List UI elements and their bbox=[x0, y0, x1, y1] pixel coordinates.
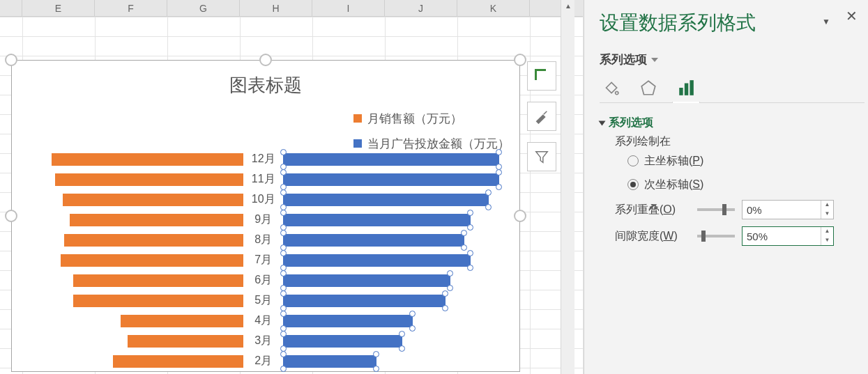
spinner[interactable]: ▲▼ bbox=[821, 227, 833, 245]
col-header-F[interactable]: F bbox=[95, 0, 167, 16]
vertical-scrollbar[interactable]: ▲ bbox=[561, 0, 574, 374]
resize-handle[interactable] bbox=[514, 54, 526, 66]
bar-row[interactable]: 11月 bbox=[40, 173, 505, 186]
col-header-K[interactable]: K bbox=[457, 0, 530, 16]
chart-plot-area[interactable]: 图表标题 月销售额（万元） 当月广告投放金额（万元） 12月11月10月9月8月… bbox=[19, 68, 512, 364]
bar-row[interactable]: 8月 bbox=[40, 233, 505, 247]
series2-bar[interactable] bbox=[283, 335, 402, 348]
datapoint-handle[interactable] bbox=[467, 250, 473, 256]
col-header-E[interactable]: E bbox=[22, 0, 95, 16]
datapoint-handle[interactable] bbox=[467, 265, 473, 271]
datapoint-handle[interactable] bbox=[280, 270, 287, 276]
datapoint-handle[interactable] bbox=[442, 290, 448, 297]
datapoint-handle[interactable] bbox=[399, 331, 405, 337]
series1-bar[interactable] bbox=[73, 274, 243, 287]
series2-bar[interactable] bbox=[283, 295, 446, 307]
series2-bar[interactable] bbox=[283, 274, 450, 287]
primary-axis-radio-row[interactable]: 主坐标轴(P) bbox=[615, 149, 857, 173]
datapoint-handle[interactable] bbox=[409, 311, 416, 317]
series2-bar[interactable] bbox=[283, 153, 499, 166]
series1-bar[interactable] bbox=[64, 234, 243, 247]
datapoint-handle[interactable] bbox=[280, 250, 287, 256]
datapoint-handle[interactable] bbox=[461, 244, 467, 251]
bar-row[interactable]: 6月 bbox=[40, 274, 505, 287]
datapoint-handle[interactable] bbox=[447, 285, 453, 291]
series1-bar[interactable] bbox=[63, 194, 243, 206]
series1-bar[interactable] bbox=[73, 295, 243, 307]
datapoint-handle[interactable] bbox=[373, 366, 379, 372]
col-header-G[interactable]: G bbox=[167, 0, 240, 16]
col-header-I[interactable]: I bbox=[312, 0, 385, 16]
col-header-blank[interactable] bbox=[0, 0, 22, 16]
datapoint-handle[interactable] bbox=[373, 351, 379, 357]
chart-filter-button[interactable] bbox=[527, 142, 556, 171]
datapoint-handle[interactable] bbox=[485, 189, 492, 196]
col-header-J[interactable]: J bbox=[385, 0, 457, 16]
series1-bar[interactable] bbox=[55, 173, 243, 186]
datapoint-handle[interactable] bbox=[280, 149, 287, 155]
datapoint-handle[interactable] bbox=[280, 189, 287, 196]
slider-thumb[interactable] bbox=[722, 204, 726, 215]
embedded-chart[interactable]: 图表标题 月销售额（万元） 当月广告投放金额（万元） 12月11月10月9月8月… bbox=[11, 60, 520, 372]
series1-bar[interactable] bbox=[128, 335, 243, 348]
series1-bar[interactable] bbox=[70, 214, 243, 226]
chart-legend[interactable]: 月销售额（万元） 当月广告投放金额（万元） bbox=[19, 106, 512, 156]
datapoint-handle[interactable] bbox=[280, 210, 287, 216]
resize-handle[interactable] bbox=[5, 54, 17, 66]
datapoint-handle[interactable] bbox=[280, 366, 287, 372]
datapoint-handle[interactable] bbox=[467, 224, 473, 231]
datapoint-handle[interactable] bbox=[409, 325, 416, 332]
datapoint-handle[interactable] bbox=[280, 311, 287, 317]
datapoint-handle[interactable] bbox=[442, 305, 448, 311]
datapoint-handle[interactable] bbox=[447, 270, 453, 276]
series2-bar[interactable] bbox=[283, 214, 471, 226]
resize-handle[interactable] bbox=[514, 210, 526, 222]
datapoint-handle[interactable] bbox=[485, 204, 492, 210]
datapoint-handle[interactable] bbox=[399, 345, 405, 352]
bar-row[interactable]: 9月 bbox=[40, 213, 505, 226]
spin-up[interactable]: ▲ bbox=[821, 201, 833, 210]
resize-handle[interactable] bbox=[259, 54, 272, 66]
slider-thumb[interactable] bbox=[701, 231, 706, 242]
bar-row[interactable]: 10月 bbox=[40, 193, 505, 206]
fill-line-tab[interactable] bbox=[601, 77, 620, 97]
series2-bar[interactable] bbox=[283, 355, 376, 368]
bar-row[interactable]: 3月 bbox=[40, 334, 505, 348]
overlap-slider[interactable] bbox=[697, 208, 735, 211]
secondary-axis-radio-row[interactable]: 次坐标轴(S) bbox=[615, 173, 857, 196]
bar-row[interactable]: 7月 bbox=[40, 254, 505, 267]
spin-down[interactable]: ▼ bbox=[821, 236, 833, 245]
datapoint-handle[interactable] bbox=[496, 184, 502, 190]
chart-add-element-button[interactable] bbox=[527, 61, 556, 91]
series2-bar[interactable] bbox=[283, 254, 471, 267]
datapoint-handle[interactable] bbox=[496, 169, 502, 176]
scroll-up-arrow[interactable]: ▲ bbox=[563, 0, 573, 13]
bar-row[interactable]: 2月 bbox=[40, 354, 505, 368]
spinner[interactable]: ▲▼ bbox=[821, 201, 833, 219]
datapoint-handle[interactable] bbox=[280, 290, 287, 297]
bar-row[interactable]: 12月 bbox=[40, 153, 505, 166]
bar-row[interactable]: 5月 bbox=[40, 294, 505, 307]
series2-bar[interactable] bbox=[283, 194, 489, 206]
radio-unchecked-icon[interactable] bbox=[627, 155, 639, 166]
spin-up[interactable]: ▲ bbox=[821, 227, 833, 236]
series-options-tab[interactable] bbox=[676, 77, 696, 97]
chart-title[interactable]: 图表标题 bbox=[19, 73, 512, 98]
bar-row[interactable]: 4月 bbox=[40, 314, 505, 327]
series1-bar[interactable] bbox=[61, 254, 243, 267]
series2-bar[interactable] bbox=[283, 234, 464, 247]
datapoint-handle[interactable] bbox=[461, 230, 467, 236]
series1-bar[interactable] bbox=[113, 355, 243, 368]
pane-options-dropdown[interactable]: ▼ bbox=[822, 17, 830, 26]
spin-down[interactable]: ▼ bbox=[821, 210, 833, 219]
datapoint-handle[interactable] bbox=[280, 351, 287, 357]
series2-bar[interactable] bbox=[283, 315, 413, 327]
pane-subtitle[interactable]: 系列选项 bbox=[600, 52, 857, 68]
pane-close-button[interactable]: ✕ bbox=[844, 10, 858, 24]
chart-bars[interactable]: 12月11月10月9月8月7月6月5月4月3月2月 bbox=[40, 153, 505, 368]
effects-tab[interactable] bbox=[639, 77, 658, 97]
resize-handle[interactable] bbox=[5, 210, 17, 222]
datapoint-handle[interactable] bbox=[280, 169, 287, 176]
chart-styles-button[interactable] bbox=[527, 102, 556, 131]
datapoint-handle[interactable] bbox=[496, 149, 502, 155]
